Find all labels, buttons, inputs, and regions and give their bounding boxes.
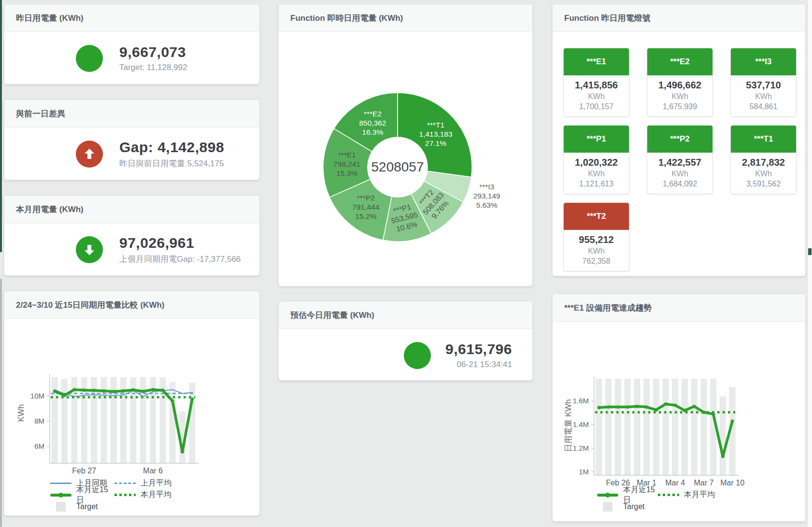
tile-p1-target: 1,121,613 xyxy=(564,180,629,188)
status-tile-t2[interactable]: ***T2 955,212 KWh 762,358 xyxy=(563,202,629,271)
series-point xyxy=(731,419,734,423)
target-bar xyxy=(634,379,640,475)
arrow-up-circle-icon xyxy=(76,141,103,168)
legend-item-本月平均[interactable]: 本月平均 xyxy=(114,490,179,500)
tile-e1-target: 1,700,157 xyxy=(564,102,629,111)
series-point xyxy=(72,388,76,391)
status-tile-e1[interactable]: ***E1 1,415,856 KWh 1,700,157 xyxy=(563,48,629,117)
legend-item-本月近15日[interactable]: 本月近15日 xyxy=(597,490,658,500)
realtime-donut-chart: ***T11,413,18327.1%***I3293,1495.63%***T… xyxy=(279,32,533,283)
legend-row: 本月近15日本月平均 xyxy=(597,490,719,500)
month-usage-gap: 上個月同期用電Gap: -17,377,566 xyxy=(119,254,241,265)
legend-item-本月平均[interactable]: 本月平均 xyxy=(658,490,719,500)
legend-marker-line-green-icon xyxy=(597,494,618,497)
series-point xyxy=(92,389,96,392)
card-yesterday-usage: 昨日用電量 (KWh) 9,667,073 Target: 11,128,992 xyxy=(4,4,260,85)
target-bar xyxy=(653,379,659,475)
target-bar xyxy=(625,379,631,475)
legend-marker-square-gray-icon xyxy=(50,502,71,512)
day-gap-value: Gap: 4,142,898 xyxy=(119,139,224,156)
status-tile-t1[interactable]: ***T1 2,817,832 KWh 3,591,562 xyxy=(730,125,797,194)
series-point xyxy=(721,455,725,458)
tile-e1-unit: KWh xyxy=(564,92,629,101)
card-yesterday-title: 昨日用電量 (KWh) xyxy=(4,4,259,32)
svg-text:***I3: ***I3 xyxy=(479,183,494,191)
tile-t2-target: 762,358 xyxy=(564,257,629,266)
tile-e2-label: ***E2 xyxy=(647,48,712,75)
card-month-title: 本月用電量 (KWh) xyxy=(4,196,259,223)
status-ok-circle-icon xyxy=(404,342,431,369)
series-point xyxy=(664,402,668,406)
month-usage-body: 97,026,961 上個月同期用電Gap: -17,377,566 xyxy=(4,223,259,276)
tile-p1-unit: KWh xyxy=(564,170,629,178)
card-15day-compare-chart: 2/24~3/10 近15日同期用電量比較 (KWh) 6M8M10MFeb 2… xyxy=(4,291,260,516)
legend-marker-dot-green-icon xyxy=(114,494,136,496)
legend-marker-line-blue-icon xyxy=(50,483,71,484)
left-scrollbar-thumb[interactable] xyxy=(0,279,2,527)
status-tile-i3[interactable]: ***I3 537,710 KWh 584,861 xyxy=(730,48,797,117)
legend-row: Target xyxy=(597,501,719,512)
svg-text:16.3%: 16.3% xyxy=(362,128,384,136)
tile-p2-target: 1,684,092 xyxy=(647,180,712,188)
card-status-lights: Function 昨日用電燈號 ***E1 1,415,856 KWh 1,70… xyxy=(552,4,806,276)
series-point xyxy=(122,389,125,393)
estimate-timestamp: 06-21 15:34:41 xyxy=(445,360,512,370)
tile-p1-label: ***P1 xyxy=(564,126,629,153)
legend-label: Target xyxy=(76,502,98,511)
legend-item-Target[interactable]: Target xyxy=(50,501,114,512)
tile-t1-target: 3,591,562 xyxy=(731,180,796,188)
tile-i3-target: 584,861 xyxy=(731,102,796,111)
day-gap-body: Gap: 4,142,898 昨日與前日用電量 5,524,175 xyxy=(4,128,259,180)
tile-e2-target: 1,675,939 xyxy=(647,102,712,111)
page-scrollbar[interactable] xyxy=(807,0,812,527)
y-tick-label: 10M xyxy=(30,392,44,400)
svg-text:15.2%: 15.2% xyxy=(355,212,376,220)
svg-text:***E2: ***E2 xyxy=(364,110,382,118)
target-bar xyxy=(596,379,602,475)
tile-t1-unit: KWh xyxy=(731,170,796,178)
series-point xyxy=(53,390,57,393)
status-tile-p2[interactable]: ***P2 1,422,557 KWh 1,684,092 xyxy=(647,125,713,194)
legend-marker-dot-green-icon xyxy=(658,494,679,496)
estimate-body: 9,615,796 06-21 15:34:41 xyxy=(279,329,532,381)
compare-chart-legend: 上月同期上月平均本月近15日本月平均Target xyxy=(50,478,179,512)
legend-item-Target[interactable]: Target xyxy=(597,501,658,512)
legend-label: 本月平均 xyxy=(141,490,171,500)
series-point xyxy=(645,405,648,409)
card-e1-trend-title: ***E1 設備用電達成趨勢 xyxy=(553,294,805,322)
tile-e2-unit: KWh xyxy=(647,92,712,101)
yesterday-usage-value: 9,667,073 xyxy=(119,44,187,60)
card-estimate-title: 預估今日用電量 (KWh) xyxy=(279,301,532,329)
series-point xyxy=(131,388,135,392)
donut-label: ***I3293,1495.63% xyxy=(473,183,500,209)
series-point xyxy=(171,399,174,403)
legend-label: 本月平均 xyxy=(684,490,715,500)
x-tick-label: Mar 4 xyxy=(665,479,685,487)
card-realtime-title: Function 即時日用電量 (KWh) xyxy=(279,4,532,32)
legend-label: Target xyxy=(623,502,644,511)
yesterday-usage-target: Target: 11,128,992 xyxy=(119,63,187,72)
status-tile-p1[interactable]: ***P1 1,020,322 KWh 1,121,613 xyxy=(563,125,629,194)
estimate-value: 9,615,796 xyxy=(445,341,512,357)
series-point xyxy=(112,390,115,393)
series-point xyxy=(626,405,629,409)
series-point xyxy=(102,389,105,393)
legend-item-本月近15日[interactable]: 本月近15日 xyxy=(50,490,114,500)
tile-e1-label: ***E1 xyxy=(564,48,629,75)
legend-marker-square-gray-icon xyxy=(597,502,618,512)
x-tick-label: Mar 6 xyxy=(143,467,163,475)
tile-p2-label: ***P2 xyxy=(647,126,712,153)
card-day-gap-title: 與前一日差異 xyxy=(4,100,259,128)
target-bar xyxy=(700,379,707,475)
svg-text:15.3%: 15.3% xyxy=(336,169,357,177)
target-bar xyxy=(615,379,621,475)
status-tile-e2[interactable]: ***E2 1,496,662 KWh 1,675,939 xyxy=(647,48,713,117)
tile-p2-unit: KWh xyxy=(647,170,712,178)
legend-item-上月平均[interactable]: 上月平均 xyxy=(114,478,179,488)
series-point xyxy=(607,405,610,409)
series-point xyxy=(635,405,639,408)
status-tile-grid: ***E1 1,415,856 KWh 1,700,157 ***E2 1,49… xyxy=(553,32,805,271)
svg-text:27.1%: 27.1% xyxy=(425,139,446,147)
tile-p1-value: 1,020,322 xyxy=(564,157,629,168)
series-point xyxy=(181,450,184,454)
